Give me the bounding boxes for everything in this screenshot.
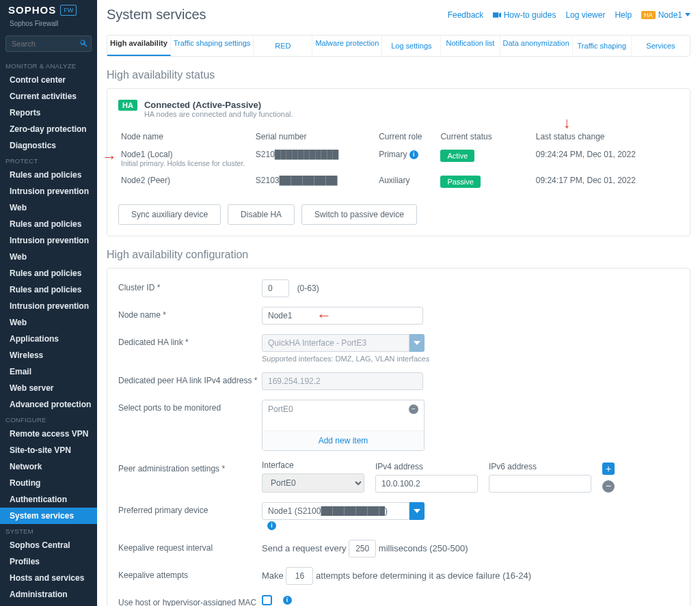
nav-item[interactable]: Rules and policies — [0, 167, 97, 183]
status-col-header: ↓Last status change — [533, 128, 679, 146]
nav-item[interactable]: Routing — [0, 475, 97, 491]
annotation-arrow-node1: → — [102, 148, 117, 166]
tab[interactable]: Notification list — [441, 36, 500, 56]
nav-item[interactable]: Intrusion prevention — [0, 232, 97, 249]
nav-item[interactable]: Hosts and services — [0, 570, 97, 586]
info-icon[interactable]: i — [283, 596, 292, 605]
nav-item[interactable]: Administration — [0, 586, 97, 603]
info-icon[interactable]: i — [409, 150, 418, 159]
nav-item[interactable]: Control center — [0, 72, 97, 88]
nav-item[interactable]: System services — [0, 508, 97, 524]
monitor-ports-box: PortE0 − Add new item — [262, 400, 425, 451]
sync-auxiliary-button[interactable]: Sync auxiliary device — [118, 204, 221, 225]
status-badge: Active — [440, 150, 474, 162]
nav-item[interactable]: Backup & firmware — [0, 603, 97, 606]
nav-item[interactable]: Current activities — [0, 88, 97, 105]
sidebar: SOPHOS FW Sophos Firewall MONITOR & ANAL… — [0, 0, 97, 606]
nav-item[interactable]: Rules and policies — [0, 265, 97, 281]
nav-item[interactable]: Network — [0, 458, 97, 475]
peer-interface-select[interactable]: PortE0 — [262, 473, 364, 493]
label-peer-ipv4: IPv4 address — [375, 462, 478, 471]
nav-item[interactable]: Wireless — [0, 347, 97, 363]
nav-item[interactable]: Advanced protection — [0, 396, 97, 413]
nav-section-header: PROTECT — [0, 154, 97, 167]
label-cluster-id: Cluster ID * — [118, 279, 262, 292]
tab[interactable]: Traffic shaping settings — [171, 36, 254, 56]
use-host-mac-checkbox[interactable] — [262, 595, 272, 605]
tab[interactable]: Data anonymization — [500, 36, 573, 56]
tab[interactable]: High availability — [107, 36, 171, 56]
keepalive-prefix: Send a request every — [262, 543, 347, 553]
info-icon[interactable]: i — [267, 521, 276, 530]
search-icon[interactable] — [79, 39, 88, 49]
link-howto[interactable]: How-to guides — [493, 10, 556, 20]
nav-item[interactable]: Web — [0, 249, 97, 265]
nav-item[interactable]: Intrusion prevention — [0, 183, 97, 199]
brand-logo: SOPHOS FW — [0, 0, 97, 20]
nav-item[interactable]: Sophos Central — [0, 537, 97, 553]
add-new-item-button[interactable]: Add new item — [262, 430, 424, 450]
ha-link-select[interactable] — [262, 334, 409, 352]
tab[interactable]: Traffic shaping — [573, 36, 632, 56]
node-name-input[interactable] — [262, 307, 423, 325]
link-help[interactable]: Help — [615, 10, 632, 20]
tab[interactable]: RED — [254, 36, 312, 56]
page-title: System services — [107, 7, 206, 23]
link-feedback[interactable]: Feedback — [448, 10, 484, 20]
ha-config-panel: Cluster ID * (0-63) Node name * ← Dedica… — [107, 268, 690, 606]
remove-icon[interactable]: − — [409, 404, 418, 414]
peer-ipv6-input[interactable] — [489, 475, 591, 493]
nav-item[interactable]: Web — [0, 314, 97, 331]
tab[interactable]: Services — [632, 36, 690, 56]
label-use-host-mac: Use host or hypervisor-assigned MAC addr… — [118, 594, 262, 606]
keepalive-suffix: milliseconds (250-500) — [379, 543, 468, 553]
brand-name: SOPHOS — [8, 4, 56, 16]
node-selector[interactable]: HA Node1 — [641, 10, 690, 20]
tab[interactable]: Malware protection — [312, 36, 382, 56]
nav-item[interactable]: Email — [0, 363, 97, 380]
label-peer-admin: Peer administration settings * — [118, 460, 262, 473]
ha-status-sub: HA nodes are connected and fully functio… — [144, 110, 293, 118]
nav-item[interactable]: Reports — [0, 105, 97, 121]
remove-peer-row-icon[interactable]: − — [602, 480, 615, 493]
nav-item[interactable]: Authentication — [0, 491, 97, 508]
label-node-name: Node name * — [118, 307, 262, 320]
disable-ha-button[interactable]: Disable HA — [228, 204, 295, 225]
keepalive-ms-input[interactable] — [349, 540, 376, 557]
add-peer-row-icon[interactable]: + — [602, 463, 615, 475]
nav-item[interactable]: Web server — [0, 380, 97, 396]
nav-item[interactable]: Site-to-site VPN — [0, 442, 97, 458]
cluster-id-input[interactable] — [262, 279, 289, 297]
attempts-prefix: Make — [262, 570, 284, 581]
label-monitor-ports: Select ports to be monitored — [118, 400, 262, 413]
nav-item[interactable]: Profiles — [0, 553, 97, 570]
nav-item[interactable]: Intrusion prevention — [0, 298, 97, 314]
status-row: →Node1 (Local)Initial primary. Holds lic… — [118, 146, 679, 171]
peer-ip-input[interactable] — [262, 372, 423, 390]
chevron-down-icon — [414, 341, 420, 345]
attempts-suffix: attempts before determining it as device… — [316, 570, 531, 581]
preferred-primary-dropdown-button[interactable] — [409, 502, 425, 520]
nav-item[interactable]: Applications — [0, 331, 97, 347]
nav-item[interactable]: Rules and policies — [0, 216, 97, 232]
annotation-arrow-lastchange: ↓ — [563, 114, 571, 132]
cluster-id-range: (0-63) — [297, 284, 319, 293]
link-logviewer[interactable]: Log viewer — [565, 10, 605, 20]
chevron-down-icon — [414, 509, 420, 513]
status-row: Node2 (Peer)S2103██████████Auxiliary Pas… — [118, 171, 679, 192]
ha-link-hint: Supported interfaces: DMZ, LAG, VLAN int… — [262, 355, 679, 363]
nav-item[interactable]: Rules and policies — [0, 281, 97, 298]
label-keepalive-attempts: Keepalive attempts — [118, 567, 262, 580]
tab[interactable]: Log settings — [382, 36, 441, 56]
nav-item[interactable]: Diagnostics — [0, 137, 97, 154]
nav-item[interactable]: Zero-day protection — [0, 121, 97, 137]
ha-config-title: High availability configuration — [107, 249, 690, 261]
preferred-primary-select[interactable] — [262, 502, 409, 520]
keepalive-attempts-input[interactable] — [286, 567, 313, 585]
peer-ipv4-input[interactable] — [375, 475, 478, 493]
nav-item[interactable]: Remote access VPN — [0, 426, 97, 442]
status-col-header: Node name — [118, 128, 253, 146]
switch-passive-button[interactable]: Switch to passive device — [301, 204, 417, 225]
nav-item[interactable]: Web — [0, 199, 97, 216]
ha-link-dropdown-button[interactable] — [409, 334, 425, 352]
